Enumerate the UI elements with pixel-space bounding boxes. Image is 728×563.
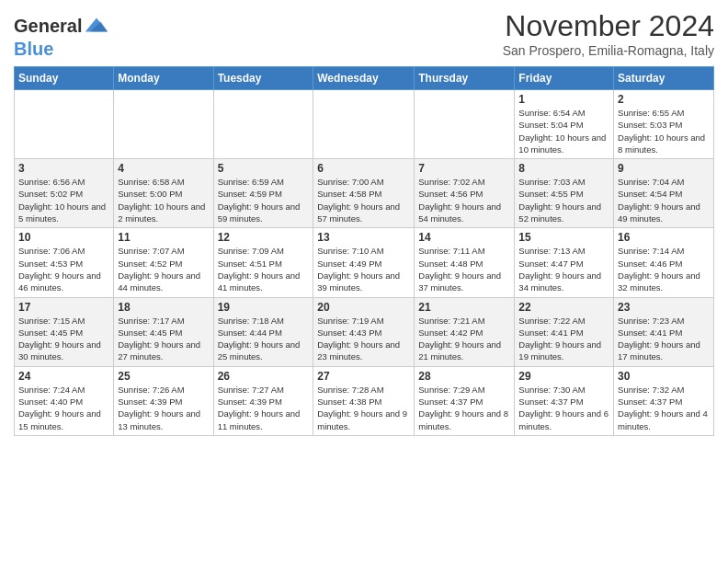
day-info: Sunrise: 7:00 AM Sunset: 4:58 PM Dayligh… [317, 176, 410, 224]
day-info: Sunrise: 7:14 AM Sunset: 4:46 PM Dayligh… [618, 245, 710, 293]
day-info: Sunrise: 7:09 AM Sunset: 4:51 PM Dayligh… [218, 245, 310, 293]
day-number: 18 [118, 301, 209, 314]
calendar-cell: 2Sunrise: 6:55 AM Sunset: 5:03 PM Daylig… [614, 90, 714, 159]
calendar-cell: 1Sunrise: 6:54 AM Sunset: 5:04 PM Daylig… [515, 90, 614, 159]
logo-icon [84, 13, 109, 39]
day-info: Sunrise: 6:59 AM Sunset: 4:59 PM Dayligh… [218, 176, 310, 224]
day-number: 30 [618, 370, 710, 383]
day-info: Sunrise: 7:04 AM Sunset: 4:54 PM Dayligh… [618, 176, 710, 224]
calendar-cell: 16Sunrise: 7:14 AM Sunset: 4:46 PM Dayli… [614, 228, 714, 297]
day-number: 20 [317, 301, 410, 314]
page-header: General Blue November 2024 San Prospero,… [14, 9, 714, 59]
day-number: 16 [618, 231, 710, 244]
day-number: 4 [118, 162, 209, 175]
calendar-cell: 3Sunrise: 6:56 AM Sunset: 5:02 PM Daylig… [15, 159, 114, 228]
calendar-cell: 5Sunrise: 6:59 AM Sunset: 4:59 PM Daylig… [213, 159, 313, 228]
day-number: 22 [518, 301, 609, 314]
day-number: 26 [218, 370, 310, 383]
day-info: Sunrise: 7:15 AM Sunset: 4:45 PM Dayligh… [18, 315, 109, 363]
calendar-cell [15, 90, 114, 159]
calendar-cell: 6Sunrise: 7:00 AM Sunset: 4:58 PM Daylig… [313, 159, 415, 228]
day-number: 6 [317, 162, 410, 175]
calendar-cell: 9Sunrise: 7:04 AM Sunset: 4:54 PM Daylig… [614, 159, 714, 228]
day-info: Sunrise: 6:54 AM Sunset: 5:04 PM Dayligh… [518, 107, 609, 155]
day-info: Sunrise: 7:21 AM Sunset: 4:42 PM Dayligh… [418, 315, 510, 363]
day-info: Sunrise: 7:27 AM Sunset: 4:39 PM Dayligh… [218, 384, 310, 432]
day-number: 12 [218, 231, 310, 244]
calendar-header-monday: Monday [114, 67, 213, 90]
day-info: Sunrise: 7:29 AM Sunset: 4:37 PM Dayligh… [418, 384, 510, 432]
calendar-cell: 8Sunrise: 7:03 AM Sunset: 4:55 PM Daylig… [515, 159, 614, 228]
day-info: Sunrise: 7:26 AM Sunset: 4:39 PM Dayligh… [118, 384, 209, 432]
calendar-cell: 17Sunrise: 7:15 AM Sunset: 4:45 PM Dayli… [15, 297, 114, 366]
month-title: November 2024 [503, 9, 714, 43]
day-info: Sunrise: 6:58 AM Sunset: 5:00 PM Dayligh… [118, 176, 209, 224]
calendar-cell: 18Sunrise: 7:17 AM Sunset: 4:45 PM Dayli… [114, 297, 213, 366]
calendar-header-sunday: Sunday [15, 67, 114, 90]
calendar-cell: 10Sunrise: 7:06 AM Sunset: 4:53 PM Dayli… [15, 228, 114, 297]
calendar-cell: 28Sunrise: 7:29 AM Sunset: 4:37 PM Dayli… [415, 366, 515, 435]
day-info: Sunrise: 7:11 AM Sunset: 4:48 PM Dayligh… [418, 245, 510, 293]
day-number: 24 [18, 370, 109, 383]
calendar-cell: 19Sunrise: 7:18 AM Sunset: 4:44 PM Dayli… [213, 297, 313, 366]
calendar-header-saturday: Saturday [614, 67, 714, 90]
calendar-cell: 30Sunrise: 7:32 AM Sunset: 4:37 PM Dayli… [614, 366, 714, 435]
calendar-cell: 15Sunrise: 7:13 AM Sunset: 4:47 PM Dayli… [515, 228, 614, 297]
calendar-table: SundayMondayTuesdayWednesdayThursdayFrid… [14, 66, 714, 436]
day-number: 27 [317, 370, 410, 383]
day-info: Sunrise: 7:18 AM Sunset: 4:44 PM Dayligh… [218, 315, 310, 363]
location-subtitle: San Prospero, Emilia-Romagna, Italy [503, 43, 714, 58]
calendar-week-1: 1Sunrise: 6:54 AM Sunset: 5:04 PM Daylig… [15, 90, 714, 159]
calendar-week-3: 10Sunrise: 7:06 AM Sunset: 4:53 PM Dayli… [15, 228, 714, 297]
logo: General Blue [14, 13, 109, 59]
day-number: 3 [18, 162, 109, 175]
day-info: Sunrise: 7:28 AM Sunset: 4:38 PM Dayligh… [317, 384, 410, 432]
calendar-cell: 20Sunrise: 7:19 AM Sunset: 4:43 PM Dayli… [313, 297, 415, 366]
calendar-cell: 26Sunrise: 7:27 AM Sunset: 4:39 PM Dayli… [213, 366, 313, 435]
calendar-cell: 11Sunrise: 7:07 AM Sunset: 4:52 PM Dayli… [114, 228, 213, 297]
calendar-header-row: SundayMondayTuesdayWednesdayThursdayFrid… [15, 67, 714, 90]
day-info: Sunrise: 7:22 AM Sunset: 4:41 PM Dayligh… [518, 315, 609, 363]
day-number: 8 [518, 162, 609, 175]
day-number: 13 [317, 231, 410, 244]
day-info: Sunrise: 7:03 AM Sunset: 4:55 PM Dayligh… [518, 176, 609, 224]
day-number: 21 [418, 301, 510, 314]
day-info: Sunrise: 7:06 AM Sunset: 4:53 PM Dayligh… [18, 245, 109, 293]
calendar-cell: 14Sunrise: 7:11 AM Sunset: 4:48 PM Dayli… [415, 228, 515, 297]
day-number: 25 [118, 370, 209, 383]
logo-text: General [14, 16, 82, 36]
day-number: 17 [18, 301, 109, 314]
calendar-week-2: 3Sunrise: 6:56 AM Sunset: 5:02 PM Daylig… [15, 159, 714, 228]
day-info: Sunrise: 7:17 AM Sunset: 4:45 PM Dayligh… [118, 315, 209, 363]
calendar-header-tuesday: Tuesday [213, 67, 313, 90]
calendar-header-thursday: Thursday [415, 67, 515, 90]
calendar-cell: 24Sunrise: 7:24 AM Sunset: 4:40 PM Dayli… [15, 366, 114, 435]
day-number: 14 [418, 231, 510, 244]
day-info: Sunrise: 7:07 AM Sunset: 4:52 PM Dayligh… [118, 245, 209, 293]
day-number: 7 [418, 162, 510, 175]
day-info: Sunrise: 7:30 AM Sunset: 4:37 PM Dayligh… [518, 384, 609, 432]
title-area: November 2024 San Prospero, Emilia-Romag… [503, 9, 714, 58]
calendar-cell [213, 90, 313, 159]
day-info: Sunrise: 6:56 AM Sunset: 5:02 PM Dayligh… [18, 176, 109, 224]
calendar-cell: 27Sunrise: 7:28 AM Sunset: 4:38 PM Dayli… [313, 366, 415, 435]
day-info: Sunrise: 7:23 AM Sunset: 4:41 PM Dayligh… [618, 315, 710, 363]
day-number: 11 [118, 231, 209, 244]
calendar-cell: 25Sunrise: 7:26 AM Sunset: 4:39 PM Dayli… [114, 366, 213, 435]
day-number: 23 [618, 301, 710, 314]
calendar-cell [415, 90, 515, 159]
calendar-cell: 22Sunrise: 7:22 AM Sunset: 4:41 PM Dayli… [515, 297, 614, 366]
calendar-header-wednesday: Wednesday [313, 67, 415, 90]
day-number: 9 [618, 162, 710, 175]
day-info: Sunrise: 6:55 AM Sunset: 5:03 PM Dayligh… [618, 107, 710, 155]
calendar-week-5: 24Sunrise: 7:24 AM Sunset: 4:40 PM Dayli… [15, 366, 714, 435]
day-info: Sunrise: 7:02 AM Sunset: 4:56 PM Dayligh… [418, 176, 510, 224]
day-info: Sunrise: 7:10 AM Sunset: 4:49 PM Dayligh… [317, 245, 410, 293]
day-number: 15 [518, 231, 609, 244]
calendar-cell [114, 90, 213, 159]
day-info: Sunrise: 7:13 AM Sunset: 4:47 PM Dayligh… [518, 245, 609, 293]
calendar-cell [313, 90, 415, 159]
day-info: Sunrise: 7:32 AM Sunset: 4:37 PM Dayligh… [618, 384, 710, 432]
logo-blue-text: Blue [14, 39, 53, 59]
day-number: 28 [418, 370, 510, 383]
